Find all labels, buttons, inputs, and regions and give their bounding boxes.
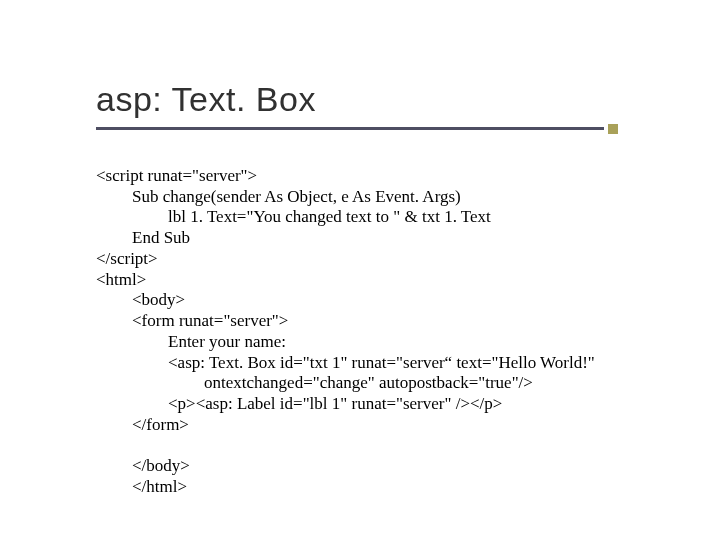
- title-accent-square: [608, 124, 618, 134]
- code-line: <body>: [96, 290, 595, 311]
- code-line: </body>: [96, 456, 595, 477]
- code-line: </script>: [96, 249, 595, 270]
- code-line: ontextchanged="change" autopostback="tru…: [96, 373, 595, 394]
- code-line: <html>: [96, 270, 595, 291]
- slide-title: asp: Text. Box: [96, 80, 604, 119]
- code-line: <form runat="server">: [96, 311, 595, 332]
- slide: asp: Text. Box <script runat="server"> S…: [0, 0, 720, 540]
- code-block: <script runat="server"> Sub change(sende…: [96, 166, 595, 498]
- code-line: Sub change(sender As Object, e As Event.…: [96, 187, 595, 208]
- code-line: <script runat="server">: [96, 166, 595, 187]
- code-line: <asp: Text. Box id="txt 1" runat="server…: [96, 353, 595, 374]
- code-line: </html>: [96, 477, 595, 498]
- code-line: Enter your name:: [96, 332, 595, 353]
- code-line: lbl 1. Text="You changed text to " & txt…: [96, 207, 595, 228]
- code-line: [96, 436, 595, 457]
- code-line: </form>: [96, 415, 595, 436]
- code-line: <p><asp: Label id="lbl 1" runat="server"…: [96, 394, 595, 415]
- title-underline: [96, 127, 604, 130]
- title-block: asp: Text. Box: [96, 80, 604, 130]
- code-line: End Sub: [96, 228, 595, 249]
